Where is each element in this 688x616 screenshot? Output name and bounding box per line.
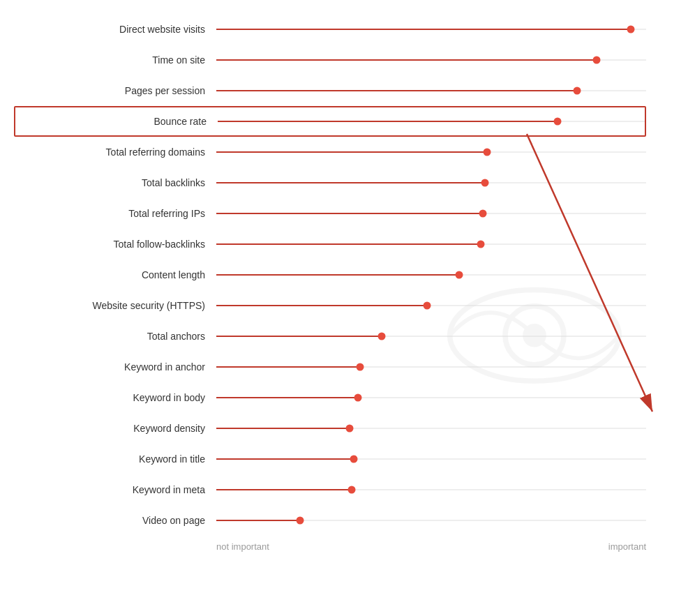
dot-website-security bbox=[423, 302, 431, 310]
row-label-video-on-page: Video on page bbox=[14, 515, 216, 526]
row-track-direct-website-visits bbox=[216, 14, 646, 45]
row-label-time-on-site: Time on site bbox=[14, 54, 216, 66]
chart-row-pages-per-session: Pages per session bbox=[14, 75, 646, 106]
axis-label-left: not important bbox=[216, 541, 269, 552]
row-track-keyword-in-meta bbox=[216, 474, 646, 505]
dot-total-referring-domains bbox=[484, 149, 491, 156]
chart-row-time-on-site: Time on site bbox=[14, 45, 646, 75]
bar-total-backlinks bbox=[216, 182, 485, 183]
row-label-bounce-rate: Bounce rate bbox=[15, 116, 218, 127]
bar-total-referring-ips bbox=[216, 213, 483, 214]
row-label-total-anchors: Total anchors bbox=[14, 331, 216, 342]
chart-row-bounce-rate: Bounce rate bbox=[14, 106, 646, 137]
axis-label-right: important bbox=[608, 541, 646, 552]
row-track-pages-per-session bbox=[216, 75, 646, 106]
dot-total-follow-backlinks bbox=[477, 241, 484, 248]
chart-row-website-security: Website security (HTTPS) bbox=[14, 290, 646, 321]
chart-row-total-referring-domains: Total referring domains bbox=[14, 137, 646, 167]
row-track-bounce-rate bbox=[218, 106, 645, 137]
row-track-website-security bbox=[216, 290, 646, 321]
row-label-direct-website-visits: Direct website visits bbox=[14, 24, 216, 35]
row-label-total-backlinks: Total backlinks bbox=[14, 177, 216, 188]
bar-content-length bbox=[216, 274, 459, 276]
chart-row-keyword-in-meta: Keyword in meta bbox=[14, 474, 646, 505]
chart-row-total-anchors: Total anchors bbox=[14, 321, 646, 352]
row-track-time-on-site bbox=[216, 45, 646, 75]
bar-direct-website-visits bbox=[216, 29, 631, 30]
row-track-keyword-in-anchor bbox=[216, 352, 646, 382]
row-label-keyword-in-title: Keyword in title bbox=[14, 453, 216, 465]
row-track-video-on-page bbox=[216, 505, 646, 536]
chart-row-total-follow-backlinks: Total follow-backlinks bbox=[14, 229, 646, 260]
row-track-total-anchors bbox=[216, 321, 646, 352]
chart-rows: Direct website visitsTime on sitePages p… bbox=[14, 14, 646, 536]
bar-keyword-in-anchor bbox=[216, 366, 360, 368]
chart-row-total-referring-ips: Total referring IPs bbox=[14, 198, 646, 229]
row-label-keyword-density: Keyword density bbox=[14, 423, 216, 434]
dot-direct-website-visits bbox=[627, 26, 635, 33]
row-track-total-backlinks bbox=[216, 167, 646, 198]
bar-total-follow-backlinks bbox=[216, 243, 481, 245]
chart-row-keyword-in-title: Keyword in title bbox=[14, 444, 646, 474]
dot-total-backlinks bbox=[481, 179, 489, 187]
chart-container: Direct website visitsTime on sitePages p… bbox=[0, 0, 688, 616]
chart-row-keyword-in-body: Keyword in body bbox=[14, 382, 646, 413]
chart-row-content-length: Content length bbox=[14, 260, 646, 290]
dot-keyword-in-body bbox=[354, 394, 362, 402]
row-label-keyword-in-meta: Keyword in meta bbox=[14, 484, 216, 495]
bar-total-anchors bbox=[216, 336, 382, 337]
bar-pages-per-session bbox=[216, 90, 577, 91]
dot-bounce-rate bbox=[553, 118, 561, 126]
row-label-keyword-in-body: Keyword in body bbox=[14, 392, 216, 403]
row-label-website-security: Website security (HTTPS) bbox=[14, 300, 216, 311]
row-track-total-referring-ips bbox=[216, 198, 646, 229]
bar-keyword-in-meta bbox=[216, 489, 352, 490]
dot-keyword-in-meta bbox=[348, 486, 356, 494]
dot-keyword-density bbox=[345, 425, 353, 433]
bar-time-on-site bbox=[216, 59, 597, 61]
dot-time-on-site bbox=[593, 57, 601, 64]
axis-labels: not important important bbox=[14, 541, 646, 552]
row-track-keyword-density bbox=[216, 413, 646, 444]
row-label-pages-per-session: Pages per session bbox=[14, 85, 216, 96]
row-track-keyword-in-title bbox=[216, 444, 646, 474]
row-track-total-follow-backlinks bbox=[216, 229, 646, 260]
row-label-total-follow-backlinks: Total follow-backlinks bbox=[14, 239, 216, 250]
bar-bounce-rate bbox=[218, 121, 558, 122]
dot-total-anchors bbox=[378, 333, 386, 340]
row-label-total-referring-ips: Total referring IPs bbox=[14, 208, 216, 219]
bar-total-referring-domains bbox=[216, 151, 487, 153]
row-track-content-length bbox=[216, 260, 646, 290]
chart-row-video-on-page: Video on page bbox=[14, 505, 646, 536]
dot-pages-per-session bbox=[574, 87, 581, 95]
bar-keyword-in-title bbox=[216, 458, 354, 460]
chart-row-total-backlinks: Total backlinks bbox=[14, 167, 646, 198]
dot-total-referring-ips bbox=[479, 210, 486, 218]
chart-row-direct-website-visits: Direct website visits bbox=[14, 14, 646, 45]
chart-row-keyword-density: Keyword density bbox=[14, 413, 646, 444]
bar-keyword-in-body bbox=[216, 397, 358, 398]
dot-keyword-in-title bbox=[350, 456, 358, 463]
dot-video-on-page bbox=[297, 517, 304, 525]
dot-content-length bbox=[456, 271, 463, 279]
dot-keyword-in-anchor bbox=[357, 363, 364, 371]
row-track-total-referring-domains bbox=[216, 137, 646, 167]
bar-video-on-page bbox=[216, 520, 300, 521]
row-label-keyword-in-anchor: Keyword in anchor bbox=[14, 361, 216, 373]
bar-keyword-density bbox=[216, 428, 350, 429]
row-label-content-length: Content length bbox=[14, 269, 216, 280]
row-track-keyword-in-body bbox=[216, 382, 646, 413]
row-label-total-referring-domains: Total referring domains bbox=[14, 147, 216, 158]
chart-row-keyword-in-anchor: Keyword in anchor bbox=[14, 352, 646, 382]
bar-website-security bbox=[216, 305, 427, 306]
